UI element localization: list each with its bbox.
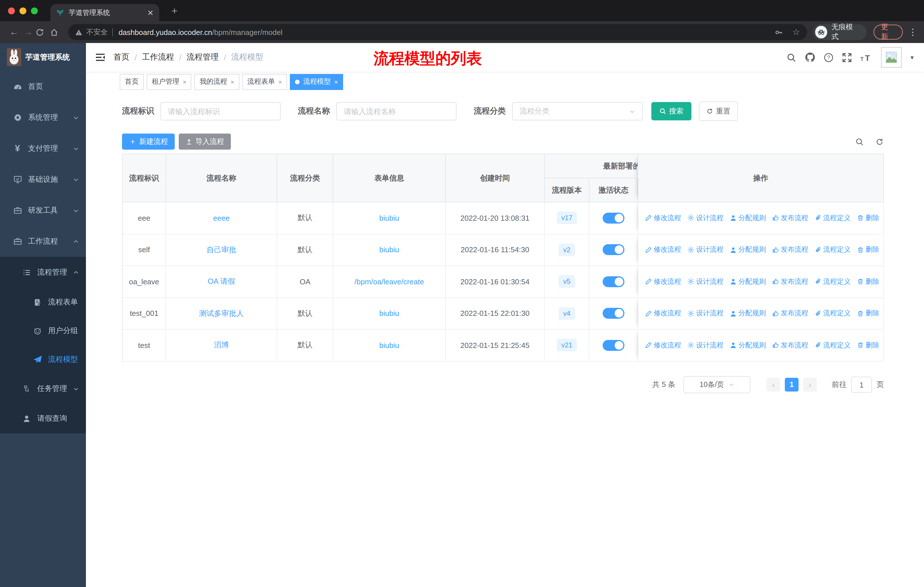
home-icon[interactable] (50, 28, 64, 36)
action-publish-link[interactable]: 发布流程 (772, 277, 808, 287)
sidebar-collapse-icon[interactable] (95, 53, 106, 62)
window-controls[interactable] (8, 7, 38, 14)
action-gear-link[interactable]: 设计流程 (687, 277, 723, 287)
search-button[interactable]: 搜索 (651, 102, 691, 121)
action-edit-link[interactable]: 修改流程 (645, 341, 681, 350)
active-toggle[interactable] (602, 308, 624, 319)
help-icon[interactable]: ? (824, 53, 834, 62)
action-publish-link[interactable]: 发布流程 (772, 341, 808, 350)
sidebar-item-task-management[interactable]: 任务管理 (0, 374, 86, 403)
action-trash-link[interactable]: 删除 (857, 341, 879, 350)
action-publish-link[interactable]: 发布流程 (772, 309, 808, 318)
tag-close-icon[interactable]: × (231, 78, 234, 85)
process-name-link[interactable]: OA 请假 (208, 276, 235, 287)
fullscreen-icon[interactable] (842, 53, 852, 62)
sidebar-item-leave-query[interactable]: 请假查询 (0, 403, 86, 433)
avatar[interactable] (881, 47, 902, 68)
key-icon[interactable] (774, 28, 783, 36)
category-select[interactable]: 流程分类 (512, 102, 643, 121)
tag-process-model[interactable]: 流程模型× (290, 74, 343, 90)
sidebar-item-infrastructure[interactable]: 基础设施 (0, 164, 86, 195)
sidebar-item-workflow[interactable]: 工作流程 (0, 226, 86, 257)
bookmark-star-icon[interactable]: ☆ (792, 27, 800, 37)
action-publish-link[interactable]: 发布流程 (772, 245, 808, 255)
back-icon[interactable]: ← (7, 27, 21, 37)
search-icon[interactable] (787, 53, 797, 62)
action-paperclip-link[interactable]: 流程定义 (815, 245, 851, 255)
tag-close-icon[interactable]: × (279, 78, 282, 85)
next-page-button[interactable]: › (803, 378, 817, 392)
sidebar-item-process-management[interactable]: 流程管理 (0, 257, 86, 288)
security-warning-icon[interactable] (75, 28, 83, 36)
breadcrumb-workflow[interactable]: 工作流程 (142, 52, 174, 63)
page-number-1[interactable]: 1 (785, 378, 799, 392)
action-gear-link[interactable]: 设计流程 (687, 309, 723, 318)
sidebar-item-payment[interactable]: ¥ 支付管理 (0, 133, 86, 164)
action-edit-link[interactable]: 修改流程 (645, 213, 681, 223)
process-name-link[interactable]: eeee (213, 214, 230, 222)
create-process-button[interactable]: ＋ 新建流程 (122, 134, 175, 150)
sidebar-item-user-group[interactable]: 用户分组 (0, 316, 86, 345)
action-trash-link[interactable]: 删除 (857, 277, 879, 287)
tag-process-form[interactable]: 流程表单× (242, 74, 287, 90)
github-icon[interactable] (805, 52, 815, 63)
action-edit-link[interactable]: 修改流程 (645, 277, 681, 287)
tab-close-icon[interactable]: ✕ (147, 8, 153, 17)
forward-icon[interactable]: → (21, 27, 36, 37)
action-user-link[interactable]: 分配规则 (730, 277, 766, 287)
process-name-link[interactable]: 测试多审批人 (199, 308, 244, 319)
action-user-link[interactable]: 分配规则 (730, 309, 766, 318)
address-bar[interactable]: 不安全 dashboard.yudao.iocoder.cn /bpm/mana… (68, 24, 807, 40)
maximize-window-button[interactable] (31, 7, 38, 14)
form-info-link[interactable]: /bpm/oa/leave/create (355, 278, 424, 286)
close-window-button[interactable] (8, 7, 15, 14)
tag-close-icon[interactable]: × (334, 78, 338, 85)
sidebar-logo[interactable]: 芋道管理系统 (0, 43, 86, 71)
action-paperclip-link[interactable]: 流程定义 (815, 213, 851, 223)
action-gear-link[interactable]: 设计流程 (687, 245, 723, 255)
prev-page-button[interactable]: ‹ (766, 378, 780, 392)
form-info-link[interactable]: biubiu (379, 246, 399, 254)
sidebar-item-home[interactable]: 首页 (0, 71, 86, 102)
form-info-link[interactable]: biubiu (379, 214, 399, 222)
action-paperclip-link[interactable]: 流程定义 (815, 277, 851, 287)
new-tab-button[interactable]: ＋ (170, 4, 179, 17)
action-user-link[interactable]: 分配规则 (730, 341, 766, 350)
breadcrumb-process-management[interactable]: 流程管理 (187, 52, 219, 63)
action-trash-link[interactable]: 删除 (857, 309, 879, 318)
goto-page-input[interactable] (851, 377, 872, 393)
security-label[interactable]: 不安全 (86, 27, 108, 37)
minimize-window-button[interactable] (20, 7, 26, 14)
tag-home[interactable]: 首页 (120, 74, 144, 90)
refresh-table-icon[interactable] (875, 137, 884, 146)
form-info-link[interactable]: biubiu (379, 309, 399, 318)
active-toggle[interactable] (602, 340, 624, 351)
process-name-link[interactable]: 自己审批 (206, 245, 236, 255)
browser-update-button[interactable]: 更新 (874, 25, 903, 40)
active-toggle[interactable] (602, 245, 624, 255)
action-gear-link[interactable]: 设计流程 (687, 341, 723, 350)
active-toggle[interactable] (602, 276, 624, 287)
action-trash-link[interactable]: 删除 (857, 245, 879, 255)
browser-tab[interactable]: 芋道管理系统 ✕ (50, 4, 159, 21)
import-process-button[interactable]: 导入流程 (179, 134, 231, 150)
action-trash-link[interactable]: 删除 (857, 213, 879, 223)
reload-icon[interactable] (35, 28, 50, 36)
toggle-search-icon[interactable] (855, 137, 864, 146)
active-toggle[interactable] (602, 213, 624, 223)
action-edit-link[interactable]: 修改流程 (645, 309, 681, 318)
caret-down-icon[interactable]: ▾ (911, 54, 914, 61)
sidebar-item-process-model[interactable]: 流程模型 (0, 345, 86, 374)
sidebar-item-system[interactable]: 系统管理 (0, 102, 86, 133)
sidebar-item-process-form[interactable]: 流程表单 (0, 288, 86, 316)
sidebar-item-devtools[interactable]: 研发工具 (0, 195, 86, 226)
font-size-icon[interactable]: TT (861, 53, 873, 62)
process-name-link[interactable]: 滔博 (214, 340, 229, 351)
browser-menu-icon[interactable]: ⋮ (909, 27, 917, 37)
tag-my-process[interactable]: 我的流程× (195, 74, 239, 90)
process-key-input[interactable] (160, 102, 281, 121)
tag-close-icon[interactable]: × (183, 78, 186, 85)
action-user-link[interactable]: 分配规则 (730, 213, 766, 223)
action-paperclip-link[interactable]: 流程定义 (815, 341, 851, 350)
tag-tenant[interactable]: 租户管理× (147, 74, 191, 90)
